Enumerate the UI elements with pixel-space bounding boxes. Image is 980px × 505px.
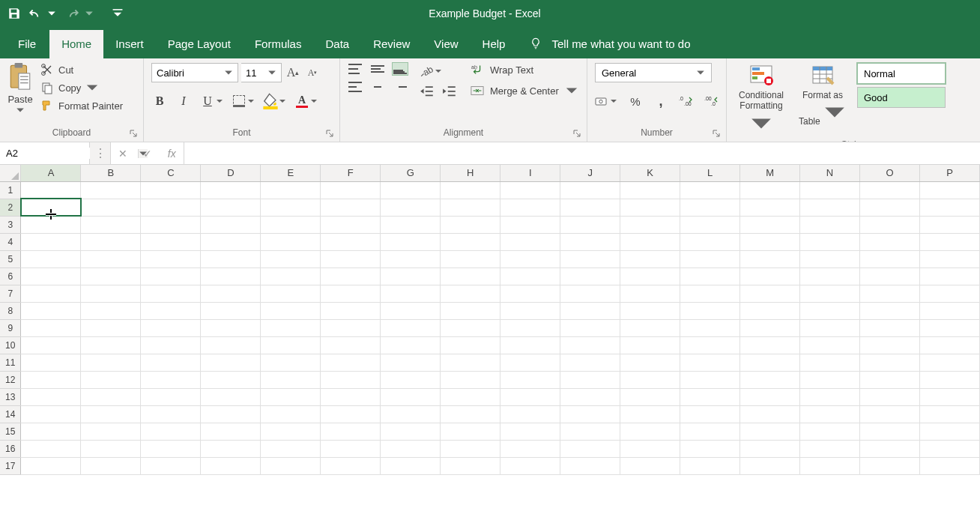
cell-B2[interactable]: [81, 199, 141, 216]
cell-A1[interactable]: [21, 181, 81, 199]
cell-J10[interactable]: [560, 336, 620, 354]
row-header-11[interactable]: 11: [0, 354, 21, 371]
cell-F8[interactable]: [321, 302, 381, 319]
cell-F12[interactable]: [321, 371, 381, 388]
cell-K8[interactable]: [620, 302, 680, 319]
column-header-N[interactable]: N: [800, 165, 860, 181]
cell-A3[interactable]: [21, 216, 81, 233]
cell-G11[interactable]: [381, 354, 441, 371]
cell-F7[interactable]: [321, 285, 381, 302]
tab-page-layout[interactable]: Page Layout: [156, 30, 243, 58]
increase-decimal-button[interactable]: .0.00: [679, 95, 694, 107]
cell-G15[interactable]: [381, 423, 441, 440]
column-header-J[interactable]: J: [560, 165, 620, 181]
cell-O6[interactable]: [860, 267, 920, 285]
column-header-D[interactable]: D: [201, 165, 261, 181]
fill-color-dropdown[interactable]: [279, 93, 286, 109]
cell-H8[interactable]: [441, 302, 500, 319]
cell-I5[interactable]: [500, 250, 560, 267]
cell-M5[interactable]: [740, 250, 800, 267]
cell-N17[interactable]: [800, 457, 860, 474]
cell-L12[interactable]: [680, 371, 740, 388]
cell-P17[interactable]: [919, 457, 979, 474]
cell-style-good[interactable]: Good: [857, 87, 946, 108]
cell-C5[interactable]: [141, 250, 201, 267]
cell-F10[interactable]: [321, 336, 381, 354]
row-header-7[interactable]: 7: [0, 285, 21, 302]
cell-O12[interactable]: [860, 371, 920, 388]
cell-O15[interactable]: [860, 423, 920, 440]
column-header-H[interactable]: H: [441, 165, 500, 181]
cell-H5[interactable]: [441, 250, 500, 267]
format-painter-button[interactable]: Format Painter: [40, 99, 123, 112]
cell-K10[interactable]: [620, 336, 680, 354]
cell-L15[interactable]: [680, 423, 740, 440]
cell-J13[interactable]: [560, 388, 620, 405]
cell-D8[interactable]: [201, 302, 261, 319]
cell-G12[interactable]: [381, 371, 441, 388]
cell-O7[interactable]: [860, 285, 920, 302]
cell-F4[interactable]: [321, 233, 381, 250]
cell-E1[interactable]: [261, 181, 321, 199]
cell-B9[interactable]: [81, 319, 141, 336]
cell-M1[interactable]: [740, 181, 800, 199]
cell-I15[interactable]: [500, 423, 560, 440]
cell-N11[interactable]: [800, 354, 860, 371]
cell-C17[interactable]: [141, 457, 201, 474]
cell-H1[interactable]: [441, 181, 500, 199]
cell-B16[interactable]: [81, 440, 141, 457]
cell-C16[interactable]: [141, 440, 201, 457]
cell-A5[interactable]: [21, 250, 81, 267]
accounting-dropdown[interactable]: [610, 93, 617, 109]
cell-H11[interactable]: [441, 354, 500, 371]
cell-A7[interactable]: [21, 285, 81, 302]
cell-C6[interactable]: [141, 267, 201, 285]
cell-N5[interactable]: [800, 250, 860, 267]
cell-J8[interactable]: [560, 302, 620, 319]
cell-B11[interactable]: [81, 354, 141, 371]
cell-P3[interactable]: [919, 216, 979, 233]
cell-P1[interactable]: [919, 181, 979, 199]
qat-customize-dropdown[interactable]: [111, 7, 124, 20]
cell-E12[interactable]: [261, 371, 321, 388]
row-header-5[interactable]: 5: [0, 250, 21, 267]
number-dialog-launcher[interactable]: [713, 130, 722, 139]
enter-button[interactable]: ✓: [143, 148, 152, 160]
column-header-O[interactable]: O: [860, 165, 920, 181]
cell-E7[interactable]: [261, 285, 321, 302]
cell-F2[interactable]: [321, 199, 381, 216]
cell-G2[interactable]: [381, 199, 441, 216]
cell-J9[interactable]: [560, 319, 620, 336]
cell-P4[interactable]: [919, 233, 979, 250]
cell-M16[interactable]: [740, 440, 800, 457]
cell-A17[interactable]: [21, 457, 81, 474]
row-header-14[interactable]: 14: [0, 405, 21, 423]
align-left-button[interactable]: [348, 81, 363, 93]
cell-G17[interactable]: [381, 457, 441, 474]
cell-J12[interactable]: [560, 371, 620, 388]
cell-K2[interactable]: [620, 199, 680, 216]
cell-F16[interactable]: [321, 440, 381, 457]
save-icon[interactable]: [7, 7, 21, 20]
cell-H15[interactable]: [441, 423, 500, 440]
cell-K7[interactable]: [620, 285, 680, 302]
cell-O1[interactable]: [860, 181, 920, 199]
accounting-format-button[interactable]: [595, 95, 610, 107]
cell-B10[interactable]: [81, 336, 141, 354]
cell-E8[interactable]: [261, 302, 321, 319]
paste-dropdown[interactable]: [16, 106, 25, 115]
cell-K5[interactable]: [620, 250, 680, 267]
cell-O8[interactable]: [860, 302, 920, 319]
cell-F13[interactable]: [321, 388, 381, 405]
cell-A12[interactable]: [21, 371, 81, 388]
cell-F15[interactable]: [321, 423, 381, 440]
cell-G13[interactable]: [381, 388, 441, 405]
cell-J11[interactable]: [560, 354, 620, 371]
cell-C4[interactable]: [141, 233, 201, 250]
comma-style-button[interactable]: ,: [653, 94, 668, 109]
cell-I7[interactable]: [500, 285, 560, 302]
cell-K3[interactable]: [620, 216, 680, 233]
cell-D15[interactable]: [201, 423, 261, 440]
cell-K15[interactable]: [620, 423, 680, 440]
cell-F11[interactable]: [321, 354, 381, 371]
